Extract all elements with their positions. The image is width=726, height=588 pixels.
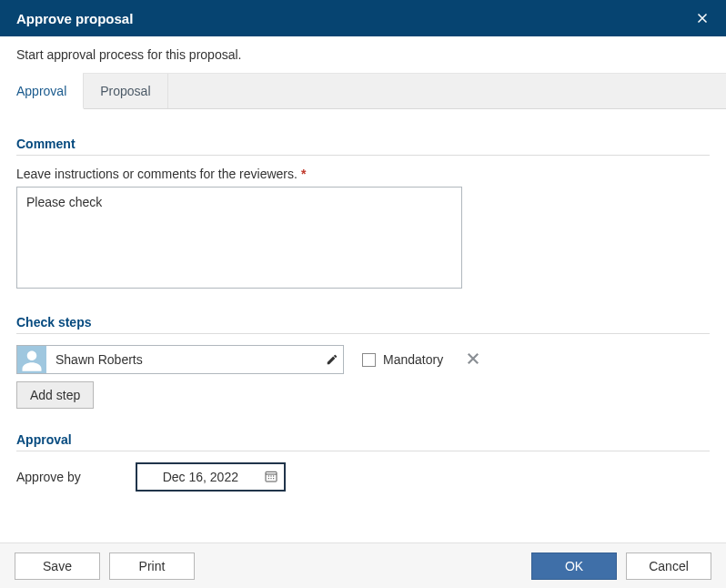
mandatory-checkbox[interactable]	[362, 353, 376, 367]
section-title-approval: Approval	[16, 432, 710, 447]
section-title-comment: Comment	[16, 137, 710, 151]
user-icon	[19, 348, 45, 373]
section-divider	[16, 155, 710, 156]
comment-label-text: Leave instructions or comments for the r…	[16, 167, 297, 181]
approve-by-date[interactable]	[136, 462, 286, 492]
approve-row: Approve by	[16, 462, 710, 492]
save-button[interactable]: Save	[15, 553, 100, 580]
close-button[interactable]	[691, 7, 713, 29]
content-area: Comment Leave instructions or comments f…	[0, 109, 726, 506]
close-icon	[697, 13, 708, 24]
modal-intro: Start approval process for this proposal…	[0, 36, 726, 67]
avatar	[17, 346, 46, 373]
remove-step-button[interactable]	[461, 350, 485, 370]
add-step-button[interactable]: Add step	[16, 381, 94, 409]
person-name: Shawn Roberts	[46, 346, 321, 373]
mandatory-label: Mandatory	[383, 352, 443, 367]
comment-label: Leave instructions or comments for the r…	[16, 167, 710, 181]
tab-proposal[interactable]: Proposal	[84, 74, 167, 108]
print-button[interactable]: Print	[109, 553, 195, 580]
modal-title: Approve proposal	[16, 11, 133, 26]
tabs: Approval Proposal	[0, 73, 726, 109]
modal-header: Approve proposal	[0, 0, 726, 36]
footer: Save Print OK Cancel	[0, 542, 726, 588]
ok-button[interactable]: OK	[531, 553, 617, 580]
tab-approval[interactable]: Approval	[0, 74, 84, 109]
section-divider-approval	[16, 451, 710, 451]
person-field[interactable]: Shawn Roberts	[16, 345, 344, 374]
cancel-button[interactable]: Cancel	[626, 553, 711, 580]
section-divider-steps	[16, 333, 710, 334]
approve-by-label: Approve by	[16, 470, 81, 484]
pencil-icon	[326, 353, 338, 366]
section-title-steps: Check steps	[16, 315, 710, 329]
required-indicator: *	[301, 167, 306, 181]
date-field-wrap	[136, 462, 286, 492]
comment-input[interactable]	[16, 187, 462, 289]
edit-person-button[interactable]	[321, 346, 343, 373]
x-icon	[467, 352, 479, 365]
step-row: Shawn Roberts Mandatory	[16, 345, 710, 374]
mandatory-checkbox-wrap[interactable]: Mandatory	[362, 352, 443, 367]
